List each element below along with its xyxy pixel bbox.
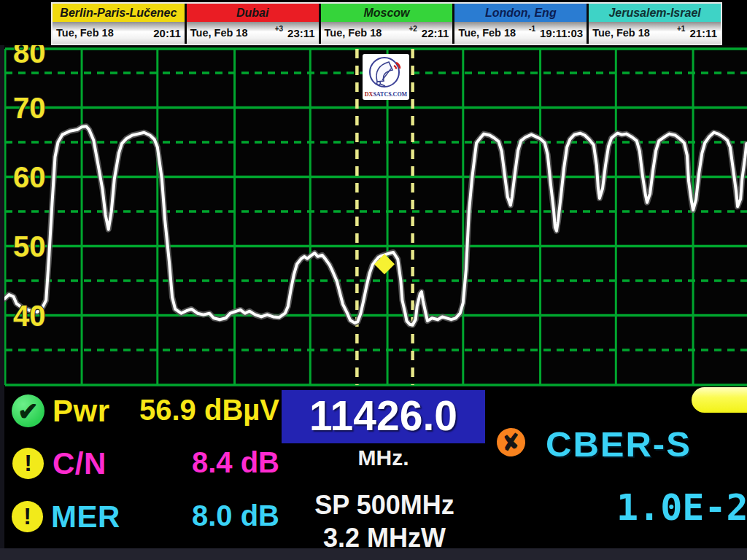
clock-city-name: Moscow xyxy=(321,4,453,22)
clock-time: 21:11 xyxy=(689,27,717,39)
clock-utc-offset: -1 xyxy=(529,25,535,33)
clock-time: 19:11:03 xyxy=(540,27,583,39)
spectrum-trace-halo xyxy=(4,126,746,325)
cber-value: 1.0E-2 xyxy=(616,486,747,529)
screen-left-border xyxy=(0,45,4,560)
clock-date: Tue, Feb 18 xyxy=(458,27,516,39)
mer-warning-icon: ! xyxy=(12,501,43,532)
y-axis-tick-label: 80 xyxy=(13,45,46,69)
clock-utc-offset: +1 xyxy=(677,25,685,33)
exclamation-glyph: ! xyxy=(23,503,31,530)
x-glyph: ✘ xyxy=(500,428,522,456)
check-glyph: ✔ xyxy=(18,397,39,426)
dxsatcs-logo: DXSATCS.COM xyxy=(363,54,409,100)
exclamation-glyph: ! xyxy=(24,450,32,477)
clock-city-cell: Jerusalem-IsraelTue, Feb 18+121:11 xyxy=(589,4,721,44)
y-axis-tick-label: 70 xyxy=(13,92,46,124)
clock-utc-offset: +2 xyxy=(409,25,417,33)
clock-date: Tue, Feb 18 xyxy=(325,27,382,39)
clock-date: Tue, Feb 18 xyxy=(592,27,650,39)
clock-date-row: Tue, Feb 18-119:11:03 xyxy=(454,22,587,44)
satellite-dish-icon: DXSATCS.COM xyxy=(363,54,409,100)
clock-utc-offset: +3 xyxy=(275,25,283,33)
y-axis-tick-label: 60 xyxy=(13,161,46,193)
cber-fail-x-icon: ✘ xyxy=(495,426,527,458)
clock-city-name: Berlin-Paris-Lučenec xyxy=(53,4,185,22)
clock-time: 20:11 xyxy=(153,27,181,39)
clock-time: 22:11 xyxy=(422,27,449,39)
clock-date-row: Tue, Feb 1820:11 xyxy=(53,22,185,44)
svg-text:DXSATCS.COM: DXSATCS.COM xyxy=(365,91,408,98)
clock-city-name: London, Eng xyxy=(454,4,587,22)
clock-date-row: Tue, Feb 18+323:11 xyxy=(187,22,319,44)
cn-warning-icon: ! xyxy=(12,448,44,479)
mer-value: 8.0 dB xyxy=(109,499,279,532)
clock-city-cell: London, EngTue, Feb 18-119:11:03 xyxy=(454,4,587,44)
clock-city-name: Dubai xyxy=(187,4,319,22)
clock-time: 23:11 xyxy=(287,27,315,39)
yellow-pill-button[interactable] xyxy=(692,387,747,413)
cn-value: 8.4 dB xyxy=(109,446,279,479)
clock-city-name: Jerusalem-Israel xyxy=(589,4,721,22)
frequency-unit-label: MHz. xyxy=(282,446,485,470)
clock-date-row: Tue, Feb 18+121:11 xyxy=(589,22,721,44)
cber-label: CBER-S xyxy=(546,424,692,464)
pwr-value: 56.9 dBµV xyxy=(109,394,279,427)
clock-city-cell: Berlin-Paris-LučenecTue, Feb 1820:11 xyxy=(53,4,185,44)
span-label: SP 500MHz xyxy=(282,490,487,521)
pwr-label: Pwr xyxy=(53,394,110,429)
pwr-ok-check-icon: ✔ xyxy=(12,394,44,427)
y-axis-tick-label: 40 xyxy=(13,300,46,332)
logo-text: SATCS.COM xyxy=(373,91,407,98)
clock-city-cell: DubaiTue, Feb 18+323:11 xyxy=(187,4,319,44)
clock-city-cell: MoscowTue, Feb 18+222:11 xyxy=(321,4,453,44)
clock-date-row: Tue, Feb 18+222:11 xyxy=(321,22,453,44)
satellite-meter-screen: { "world_clock": { "cities": [ {"name":"… xyxy=(0,0,747,560)
clock-date: Tue, Feb 18 xyxy=(190,27,248,39)
bottom-edge-strip xyxy=(0,548,747,560)
frequency-display[interactable]: 11426.0 xyxy=(282,390,485,443)
cn-label: C/N xyxy=(53,446,107,481)
clock-date: Tue, Feb 18 xyxy=(56,27,114,39)
world-clock-bar: Berlin-Paris-LučenecTue, Feb 1820:11Duba… xyxy=(51,2,722,45)
y-axis-tick-label: 50 xyxy=(13,230,46,262)
